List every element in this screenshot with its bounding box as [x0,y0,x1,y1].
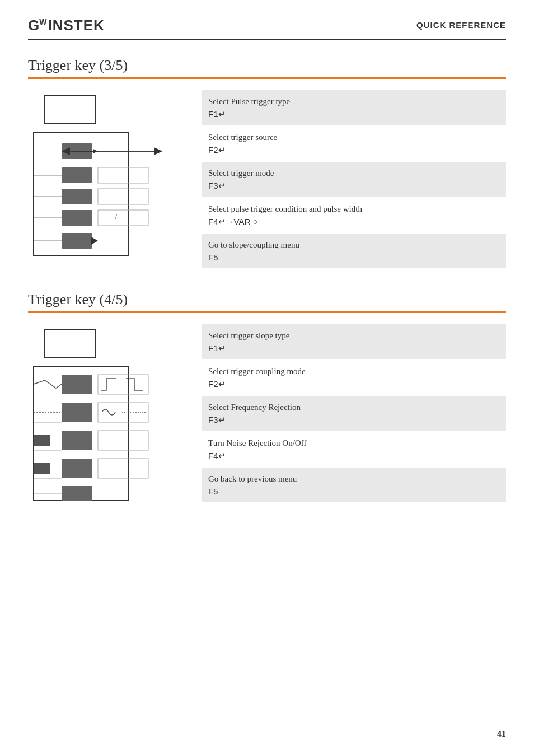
svg-rect-23 [62,375,92,394]
section1-divider [28,77,506,79]
svg-rect-34 [62,459,92,478]
svg-rect-37 [62,486,92,501]
svg-rect-21 [45,330,95,358]
desc-text-1-3: Select trigger mode [208,167,499,179]
page-number: 41 [497,729,506,739]
desc-item-2-1: Select trigger slope type F1↵ [202,324,506,359]
svg-rect-8 [62,167,92,183]
section2-title: Trigger key (4/5) [28,291,506,308]
desc-item-2-3: Select Frequency Rejection F3↵ [202,396,506,431]
desc-text-1-5: Go to slope/coupling menu [208,239,499,251]
svg-rect-31 [62,431,92,450]
desc-text-2-5: Go back to previous menu [208,473,499,485]
desc-text-2-1: Select trigger slope type [208,330,499,342]
diagram-trigger-4-5 [28,324,185,509]
desc-item-1-2: Select trigger source F2↵ [202,126,506,161]
svg-rect-32 [98,431,148,450]
desc-key-1-1: F1↵ [208,109,499,119]
desc-item-2-2: Select trigger coupling mode F2↵ [202,360,506,395]
logo-instek: INSTEK [48,17,104,34]
section1-content: / [28,90,506,269]
logo: GW INSTEK [28,17,105,34]
desc-text-2-4: Turn Noise Rejection On/Off [208,437,499,449]
desc-key-1-4: F4↵→VAR ○ [208,217,499,227]
desc-key-2-5: F5 [208,487,499,496]
svg-marker-6 [154,147,162,155]
desc-key-1-5: F5 [208,253,499,262]
svg-rect-12 [62,210,92,226]
svg-marker-16 [91,237,98,245]
section1-title: Trigger key (3/5) [28,57,506,74]
section2-divider [28,311,506,313]
diagram-trigger-3-5: / [28,90,185,269]
desc-item-2-5: Go back to previous menu F5 [202,468,506,502]
desc-key-1-3: F3↵ [208,181,499,191]
page-header: GW INSTEK QUICK REFERENCE [28,17,506,40]
quick-reference-label: QUICK REFERENCE [416,20,506,30]
desc-item-2-4: Turn Noise Rejection On/Off F4↵ [202,432,506,466]
desc-key-2-4: F4↵ [208,451,499,461]
desc-key-2-1: F1↵ [208,343,499,353]
desc-item-1-5: Go to slope/coupling menu F5 [202,234,506,268]
section-trigger-4-5: Trigger key (4/5) [28,291,506,509]
svg-rect-33 [34,435,50,446]
svg-rect-15 [62,233,92,249]
svg-rect-9 [98,167,148,183]
svg-rect-14 [98,210,148,226]
desc-text-2-2: Select trigger coupling mode [208,366,499,377]
desc-item-1-1: Select Pulse trigger type F1↵ [202,90,506,125]
desc-key-2-3: F3↵ [208,415,499,425]
desc-key-1-2: F2↵ [208,145,499,155]
desc-item-1-3: Select trigger mode F3↵ [202,162,506,197]
section2-content: Select trigger slope type F1↵ Select tri… [28,324,506,509]
desc-item-1-4: Select pulse trigger condition and pulse… [202,198,506,232]
desc-key-2-2: F2↵ [208,379,499,389]
logo-gw: GW [28,17,46,34]
svg-rect-24 [98,375,148,394]
section-trigger-3-5: Trigger key (3/5) [28,57,506,269]
svg-rect-0 [45,96,95,124]
desc-text-1-2: Select trigger source [208,132,499,143]
desc-text-1-1: Select Pulse trigger type [208,96,499,108]
desc-text-1-4: Select pulse trigger condition and pulse… [208,203,499,215]
section1-descriptions: Select Pulse trigger type F1↵ Select tri… [202,90,506,269]
svg-rect-11 [98,189,148,204]
desc-text-2-3: Select Frequency Rejection [208,402,499,413]
svg-rect-36 [34,463,50,474]
svg-text:/: / [115,213,117,222]
svg-rect-25 [62,403,92,422]
svg-rect-35 [98,459,148,478]
svg-rect-10 [62,189,92,204]
section2-descriptions: Select trigger slope type F1↵ Select tri… [202,324,506,509]
